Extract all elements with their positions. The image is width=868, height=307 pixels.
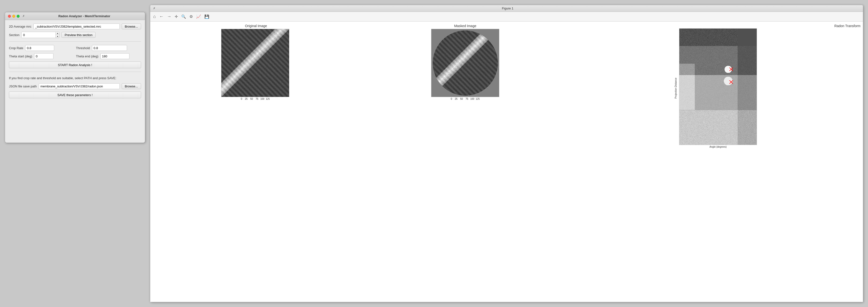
spinner-up[interactable]: ▲ — [56, 32, 59, 35]
theta-start-label: Theta start (deg) — [9, 54, 32, 58]
threshold-input[interactable] — [92, 45, 127, 51]
masked-image-plot: Masked Image 0 25 50 75 100 125 — [362, 24, 569, 300]
masked-plot-wrapper: 0 25 50 75 100 125 — [431, 29, 499, 100]
radon-transform-plot: Radon Transform Projection Distance Angl… — [571, 24, 861, 300]
section-row: Section ▲ ▼ Preview this section — [9, 32, 141, 38]
theta-end-label: Theta end (deg) — [76, 54, 98, 58]
back-toolbar-button[interactable]: ← — [158, 13, 164, 20]
spinner-arrows: ▲ ▼ — [55, 32, 59, 38]
masked-image-title: Masked Image — [454, 24, 476, 28]
crop-rate-label: Crop Rate — [9, 46, 23, 50]
json-path-label: JSON file save path — [9, 84, 37, 88]
configure-toolbar-button[interactable]: ⚙ — [188, 14, 194, 19]
theta-start-row: Theta start (deg) — [9, 53, 74, 59]
masked-plot-inner: 0 25 50 75 100 125 — [431, 29, 499, 100]
traffic-lights — [8, 15, 20, 18]
section-spinner: ▲ ▼ — [21, 32, 60, 38]
close-button[interactable] — [8, 15, 11, 18]
radon-plot-inner: Angle (degrees) — [679, 28, 757, 148]
preview-button[interactable]: Preview this section — [61, 32, 96, 38]
radon-title: Radon Transform — [571, 24, 861, 28]
plot-toolbar-button[interactable]: 📈 — [195, 14, 202, 19]
crop-rate-row: Crop Rate — [9, 45, 74, 51]
theta-end-input[interactable] — [100, 53, 129, 59]
figure-title-bar: ✗ Figure 1 — [150, 5, 863, 12]
radon-x-label: Angle (degrees) — [710, 145, 727, 148]
avg-mrc-row: 2D Average mrc Browse... — [9, 24, 141, 29]
browse-mrc-button[interactable]: Browse... — [122, 24, 141, 29]
title-bar: ✗ Radon Analyzer - MemXTerminator — [5, 12, 145, 20]
figure-panel: ✗ Figure 1 ⌂ ← → ✛ 🔍 ⚙ 📈 💾 Original Imag… — [150, 5, 863, 302]
section-input[interactable] — [22, 32, 55, 38]
crop-rate-input[interactable] — [25, 45, 54, 51]
zoom-toolbar-button[interactable]: 🔍 — [180, 14, 187, 19]
info-text: If you find crop rate and threshold are … — [9, 75, 141, 81]
avg-mrc-label: 2D Average mrc — [9, 25, 31, 28]
figure-title-icon: ✗ — [153, 7, 155, 10]
original-image-canvas — [221, 29, 289, 97]
radon-y-label: Projection Distance — [675, 78, 677, 99]
radon-plot-wrapper: Projection Distance Angle (degrees) — [675, 28, 757, 148]
minimize-button[interactable] — [12, 15, 15, 18]
forward-toolbar-button[interactable]: → — [166, 13, 172, 20]
radon-image-canvas — [679, 28, 757, 145]
json-path-row: JSON file save path Browse... — [9, 83, 141, 89]
avg-mrc-input[interactable] — [33, 24, 120, 29]
crop-threshold-row: Crop Rate Threshold — [9, 45, 141, 51]
theta-row: Theta start (deg) Theta end (deg) — [9, 53, 141, 59]
figure-content: Original Image 0 25 50 75 100 125 Masked… — [150, 22, 863, 302]
figure-title: Figure 1 — [155, 6, 860, 10]
section-label: Section — [9, 33, 19, 37]
original-image-title: Original Image — [245, 24, 267, 28]
home-toolbar-button[interactable]: ⌂ — [152, 13, 157, 20]
start-button[interactable]: START Radon Analysis ! — [9, 61, 141, 68]
separator-2 — [9, 72, 141, 72]
original-plot-wrapper: 0 25 50 75 100 125 — [221, 29, 291, 100]
theta-end-row: Theta end (deg) — [76, 53, 141, 59]
json-path-input[interactable] — [39, 83, 120, 89]
original-x-ticks: 0 25 50 75 100 125 — [241, 97, 270, 100]
original-image-plot: Original Image 0 25 50 75 100 125 — [153, 24, 360, 300]
masked-x-ticks: 0 25 50 75 100 125 — [451, 97, 480, 100]
masked-image-canvas — [431, 29, 499, 97]
save-button[interactable]: SAVE these parameters ! — [9, 91, 141, 98]
spinner-down[interactable]: ▼ — [56, 35, 59, 38]
app-icon: ✗ — [23, 15, 25, 18]
theta-start-input[interactable] — [34, 53, 54, 59]
figure-toolbar: ⌂ ← → ✛ 🔍 ⚙ 📈 💾 — [150, 12, 863, 22]
original-plot-inner: 0 25 50 75 100 125 — [221, 29, 289, 100]
pan-toolbar-button[interactable]: ✛ — [174, 14, 179, 19]
panel-content: 2D Average mrc Browse... Section ▲ ▼ Pre… — [5, 20, 145, 143]
threshold-row: Threshold — [76, 45, 141, 51]
maximize-button[interactable] — [17, 15, 20, 18]
window-title: Radon Analyzer - MemXTerminator — [27, 14, 142, 18]
save-figure-button[interactable]: 💾 — [204, 14, 210, 19]
threshold-label: Threshold — [76, 46, 90, 50]
left-panel: ✗ Radon Analyzer - MemXTerminator 2D Ave… — [5, 12, 145, 143]
browse-json-button[interactable]: Browse... — [122, 83, 141, 89]
